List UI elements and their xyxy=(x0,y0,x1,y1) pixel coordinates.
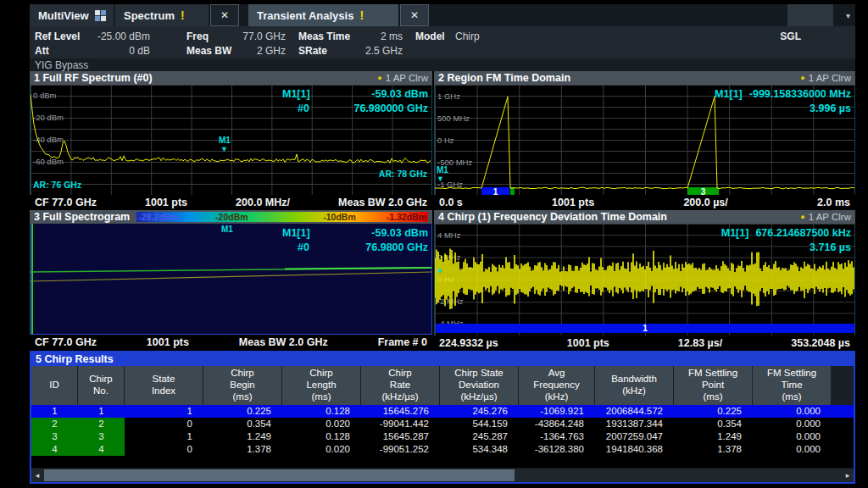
column-header[interactable]: Chirp StateDeviation(kHz/µs) xyxy=(440,366,518,405)
table-row[interactable]: 3311.2490.12815645.287245.287-1364.76320… xyxy=(31,430,854,443)
table-cell: -43864.248 xyxy=(519,418,595,430)
close-icon: ✕ xyxy=(220,9,229,21)
footer-start-time: 224.9332 µs xyxy=(439,337,498,349)
window-1-footer: CF 77.0 GHz 1001 pts 200.0 MHz/ Meas BW … xyxy=(30,195,432,209)
freq-value[interactable]: 77.0 GHz xyxy=(225,30,286,42)
tab-strip-end xyxy=(787,4,833,26)
window-5-titlebar[interactable]: 5 Chirp Results xyxy=(31,352,854,366)
marker-down-icon: ▼ xyxy=(220,146,228,153)
spectrogram-color-scale[interactable]: -28.2dBm -20dBm -10dBm -1.32dBm xyxy=(136,212,428,222)
window-1-titlebar[interactable]: 1 Full RF Spectrum (#0) ● 1 AP Clrw xyxy=(30,71,432,85)
table-cell: 15645.276 xyxy=(361,405,440,418)
table-cell: -1364.763 xyxy=(519,430,595,443)
table-row[interactable]: 1110.2250.12815645.276245.276-1069.92120… xyxy=(31,405,854,418)
table-cell: 245.287 xyxy=(440,430,519,443)
srate-value[interactable]: 2.5 GHz xyxy=(356,45,403,57)
table-row[interactable]: 4401.3780.020-99051.252534.348-36128.380… xyxy=(31,443,854,456)
marker-name: #0 xyxy=(282,241,331,255)
footer-points: 1001 pts xyxy=(145,197,187,208)
footer-cf: CF 77.0 GHz xyxy=(35,197,97,208)
ref-level-label: Ref Level xyxy=(35,30,80,42)
window-3-title: 3 Full Spectrogram xyxy=(34,211,130,223)
marker-m1-flag[interactable]: M1 xyxy=(437,166,448,175)
table-cell: 2006844.572 xyxy=(595,405,674,418)
marker-m1-flag[interactable]: M1 xyxy=(221,225,233,234)
window-1-plot[interactable]: 0 dBm -20 dBm -40 dBm -60 dBm M1 ▼ AR: 7… xyxy=(30,85,432,195)
ref-level-value[interactable]: -25.00 dBm xyxy=(89,30,150,42)
model-value[interactable]: Chirp xyxy=(455,30,480,42)
att-label: Att xyxy=(35,45,49,57)
chevron-down-icon: ▾ xyxy=(846,11,850,20)
window-3-titlebar[interactable]: 3 Full Spectrogram -28.2dBm -20dBm -10dB… xyxy=(30,210,432,224)
footer-frame: Frame # 0 xyxy=(378,336,427,348)
table-cell: 1 xyxy=(78,405,125,418)
tab-overflow-button[interactable]: ▾ xyxy=(846,4,850,26)
table-cell: 0 xyxy=(125,418,203,430)
table-cell: 0.020 xyxy=(282,418,361,430)
trace-label[interactable]: ● 1 AP Clrw xyxy=(800,73,851,83)
table-row[interactable]: 2200.3540.020-99041.442544.159-43864.248… xyxy=(31,418,854,430)
marker-readout: M1[1]-59.03 dBm #076.980000 GHz xyxy=(282,87,428,116)
column-header[interactable]: FM SettlingPoint(ms) xyxy=(674,366,752,405)
results-table-header: IDChirpNo.StateIndexChirpBegin(ms)ChirpL… xyxy=(31,366,854,405)
sweep-mode-badge: SGL xyxy=(780,30,801,42)
scroll-left-icon[interactable]: ◂ xyxy=(31,469,43,482)
marker-m1-flag[interactable]: M1 xyxy=(219,136,231,145)
window-4-plot[interactable]: 4 MHz 2 MHz 0 Hz -2 MHz -4 MHz 1 ▼ M1[1]… xyxy=(434,224,855,336)
column-header[interactable]: ChirpNo. xyxy=(78,366,124,405)
yig-bypass-label: YIG Bypass xyxy=(35,59,88,71)
scrollbar-thumb[interactable] xyxy=(44,469,515,481)
trace-label[interactable]: ● 1 AP Clrw xyxy=(800,212,851,222)
column-header[interactable]: Bandwidth(kHz) xyxy=(595,366,673,405)
meas-bw-value[interactable]: 2 GHz xyxy=(225,45,286,57)
trace-label-text: 1 AP Clrw xyxy=(809,73,851,83)
meas-time-value[interactable]: 2 ms xyxy=(356,30,403,42)
window-2-titlebar[interactable]: 2 Region FM Time Domain ● 1 AP Clrw xyxy=(434,71,855,85)
window-3-plot[interactable]: M1 M1[1]-59.03 dBm #076.9800 GHz xyxy=(30,224,432,335)
tab-spectrum[interactable]: Spectrum ! xyxy=(115,4,209,26)
table-cell: -36128.380 xyxy=(519,443,595,456)
table-cell: 0.354 xyxy=(203,418,282,430)
table-cell: 0.225 xyxy=(203,405,282,418)
scale-label: -1.32dBm xyxy=(387,212,426,222)
column-header[interactable]: FM SettlingTime(ms) xyxy=(753,366,831,405)
table-cell: 1.249 xyxy=(203,430,282,443)
window-2-plot[interactable]: 1 GHz 500 MHz 0 Hz -500 MHz -1 GHz 1 3 M… xyxy=(434,85,855,195)
trace-dot-icon: ● xyxy=(377,74,381,82)
srate-label: SRate xyxy=(298,45,327,57)
column-header[interactable]: AvgFrequency(kHz) xyxy=(519,366,594,405)
table-cell: 1 xyxy=(31,405,78,418)
table-cell: 0.020 xyxy=(282,443,361,456)
tab-transient-analysis[interactable]: Transient Analysis ! xyxy=(248,4,398,26)
att-value[interactable]: 0 dB xyxy=(89,45,150,57)
column-header[interactable]: ChirpBegin(ms) xyxy=(203,366,281,405)
tab-multiview[interactable]: MultiView xyxy=(30,4,114,26)
alert-icon: ! xyxy=(181,8,185,22)
marker-readout: M1[1]-59.03 dBm #076.9800 GHz xyxy=(282,226,428,255)
horizontal-scrollbar[interactable]: ◂ ▸ xyxy=(31,468,854,482)
multiview-grid-icon xyxy=(95,10,106,21)
trace-label[interactable]: ● 1 AP Clrw xyxy=(377,73,428,83)
window-4-footer: 224.9332 µs 1001 pts 12.83 µs/ 353.2048 … xyxy=(434,336,855,350)
scroll-right-icon[interactable]: ▸ xyxy=(842,469,854,482)
channel-info-bar: Ref Level -25.00 dBm Freq 77.0 GHz Meas … xyxy=(30,26,855,71)
table-cell: 4 xyxy=(78,443,125,456)
tab-transient-label: Transient Analysis xyxy=(257,9,353,22)
table-cell: 534.348 xyxy=(440,443,519,456)
window-4-title: 4 Chirp (1) Frequency Deviation Time Dom… xyxy=(438,211,667,223)
table-cell: 1 xyxy=(125,430,203,443)
close-spectrum-button[interactable]: ✕ xyxy=(210,4,239,26)
close-transient-button[interactable]: ✕ xyxy=(400,4,429,26)
table-cell: 0.000 xyxy=(753,405,832,418)
table-cell: 1941840.368 xyxy=(595,443,674,456)
window-2-title: 2 Region FM Time Domain xyxy=(438,72,570,84)
column-header[interactable]: ChirpRate(kHz/µs) xyxy=(361,366,439,405)
column-header[interactable]: ChirpLength(ms) xyxy=(282,366,360,405)
window-5-title: 5 Chirp Results xyxy=(36,353,114,365)
table-cell: -99041.442 xyxy=(361,418,440,430)
footer-points: 1001 pts xyxy=(552,197,594,208)
column-header[interactable]: ID xyxy=(31,366,77,405)
window-4-titlebar[interactable]: 4 Chirp (1) Frequency Deviation Time Dom… xyxy=(434,210,855,224)
column-header[interactable]: StateIndex xyxy=(125,366,203,405)
table-cell: 2 xyxy=(78,418,125,430)
